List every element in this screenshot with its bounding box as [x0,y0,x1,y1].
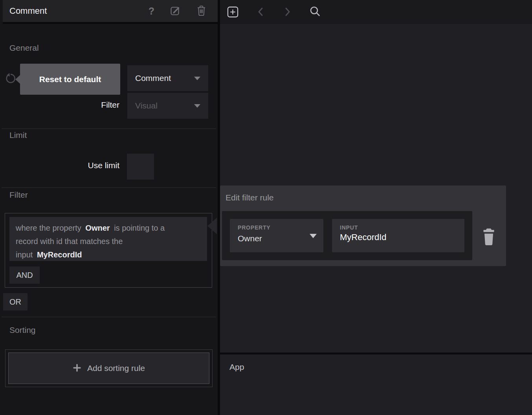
search-icon [308,5,322,20]
canvas-toolbar [220,0,532,24]
trash-filled-icon [482,228,495,247]
navigate-back-button[interactable] [257,7,264,18]
section-divider [2,317,216,317]
trash-icon [196,5,207,18]
filter-section-label: Filter [9,190,28,200]
record-id-input[interactable] [340,232,456,242]
input-field-group: INPUT [332,219,464,252]
filter-type-dropdown[interactable]: Visual [127,93,208,119]
delete-rule-button[interactable] [482,228,496,247]
property-dropdown[interactable]: PROPERTY Owner [230,219,323,252]
chevron-down-icon [194,104,200,108]
filter-rules-group: where the property Owner is pointing to … [5,213,212,288]
edit-comment-button[interactable] [169,5,181,18]
chevron-down-icon [310,234,317,238]
reset-to-default-button[interactable] [4,73,16,86]
add-sorting-rule-button[interactable]: Add sorting rule [8,353,209,384]
tooltip-text: Reset to default [39,75,101,84]
reset-tooltip: Reset to default [20,64,120,95]
rule-editor-card: PROPERTY Owner INPUT [222,211,472,260]
node-type-value: Comment [135,73,171,83]
panel-header: Comment ? [3,0,218,24]
popup-title: Edit filter rule [226,193,274,202]
navigate-forward-button[interactable] [284,7,291,18]
reset-ccw-icon [4,73,16,86]
add-and-rule-button[interactable]: AND [9,266,40,284]
chevron-left-icon [257,7,264,18]
filter-row-label: Filter [41,100,119,110]
use-limit-checkbox[interactable] [127,154,154,180]
edit-pencil-icon [169,5,181,18]
help-button[interactable]: ? [149,6,154,16]
panel-title: Comment [3,6,149,16]
popup-pointer-arrow [207,218,217,234]
chevron-down-icon [194,77,200,80]
sorting-section-label: Sorting [9,325,36,335]
tooltip-arrow [15,75,20,84]
rule-property-name: Owner [85,224,110,232]
app-section-label: App [229,362,244,372]
rule-line: input MyRecordId [16,248,201,261]
search-button[interactable] [308,5,322,20]
property-label: PROPERTY [238,224,270,231]
add-node-icon [227,6,239,19]
use-limit-label: Use limit [41,161,119,170]
question-mark-icon: ? [149,6,154,16]
limit-section-label: Limit [9,130,27,140]
property-value: Owner [238,234,262,243]
add-or-group-button[interactable]: OR [3,293,28,310]
general-section-label: General [9,43,39,53]
delete-node-button[interactable] [196,5,207,18]
section-divider [2,187,216,188]
rule-line: where the property Owner is pointing to … [16,221,201,235]
panel-header-icons: ? [149,5,218,18]
rule-line: record with id that matches the [16,235,201,248]
edit-filter-rule-popup: Edit filter rule PROPERTY Owner INPUT [220,185,506,266]
add-node-button[interactable] [227,6,239,19]
sorting-rules-group: Add sorting rule [5,349,213,387]
plus-icon [73,364,81,373]
filter-type-value: Visual [135,101,158,110]
app-section[interactable]: App [220,354,532,415]
section-divider [2,129,216,129]
rule-input-name: MyRecordId [37,250,82,259]
filter-rule-card[interactable]: where the property Owner is pointing to … [9,217,207,261]
node-type-dropdown[interactable]: Comment [127,65,208,91]
input-label: INPUT [340,224,358,231]
app-window: Comment ? [0,0,532,415]
add-sorting-rule-label: Add sorting rule [87,364,145,373]
properties-panel: Comment ? [0,0,218,415]
chevron-right-icon [284,7,291,18]
